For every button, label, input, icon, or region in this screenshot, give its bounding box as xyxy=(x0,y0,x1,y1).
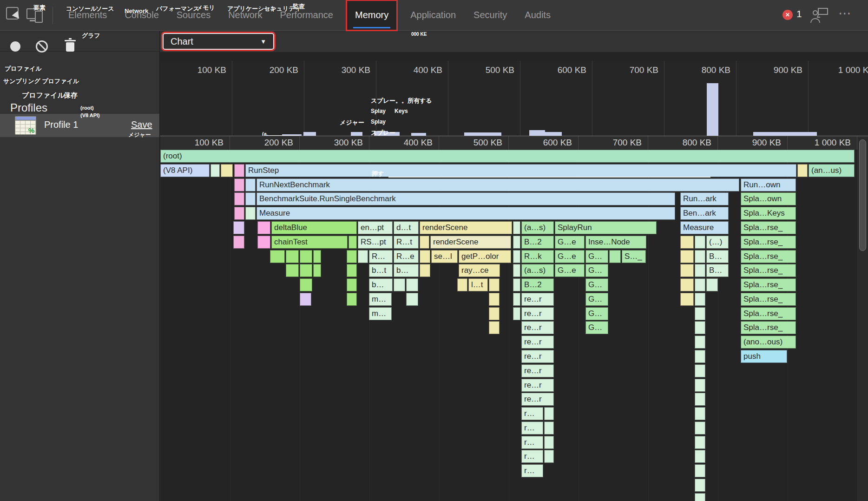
flame-cell[interactable] xyxy=(609,250,621,263)
flame-cell[interactable]: B… xyxy=(706,250,729,263)
flame-cell[interactable]: se…l xyxy=(431,250,458,263)
flame-cell[interactable]: ray…ce xyxy=(459,264,500,277)
flame-cell[interactable]: R… xyxy=(369,250,393,263)
flame-cell[interactable]: R…k xyxy=(521,250,554,263)
flame-cell[interactable]: renderScene xyxy=(430,236,511,249)
flame-cell[interactable] xyxy=(695,307,705,320)
flame-cell[interactable] xyxy=(695,436,705,449)
flame-cell[interactable] xyxy=(234,192,244,205)
flame-cell[interactable]: RS…pt xyxy=(358,236,393,249)
flame-cell[interactable] xyxy=(420,250,430,263)
flame-cell[interactable] xyxy=(695,379,705,392)
flame-cell[interactable]: Spla…Keys xyxy=(741,207,796,220)
tab-security[interactable]: Security xyxy=(465,0,516,31)
flame-cell[interactable] xyxy=(797,164,808,177)
flame-cell[interactable]: renderScene xyxy=(420,221,512,234)
flame-cell[interactable] xyxy=(695,450,705,463)
flame-cell[interactable] xyxy=(489,293,500,306)
flame-cell[interactable] xyxy=(300,293,311,306)
record-profile-icon[interactable] xyxy=(10,41,20,52)
flame-cell[interactable]: (root) xyxy=(160,150,855,163)
flame-cell[interactable]: d…t xyxy=(394,221,419,234)
flame-cell[interactable]: Spla…rse_ xyxy=(741,221,796,234)
flame-cell[interactable]: getP…olor xyxy=(459,250,511,263)
flame-cell[interactable]: b…t xyxy=(369,264,393,277)
flame-cell[interactable] xyxy=(286,264,299,277)
flame-cell[interactable] xyxy=(695,464,705,477)
flame-cell[interactable] xyxy=(695,350,705,363)
scrollbar-thumb[interactable] xyxy=(859,139,866,251)
flame-cell[interactable]: en…pt xyxy=(358,221,393,234)
flame-cell[interactable]: Spla…rse_ xyxy=(741,250,796,263)
flame-cell[interactable]: re…r xyxy=(521,364,554,377)
flame-cell[interactable] xyxy=(457,278,467,291)
flame-cell[interactable] xyxy=(245,192,256,205)
flame-cell[interactable] xyxy=(513,221,520,234)
flame-cell[interactable] xyxy=(680,278,694,291)
flame-cell[interactable] xyxy=(245,207,256,220)
flame-cell[interactable]: Spla…rse_ xyxy=(741,236,796,249)
flame-cell[interactable]: Measure xyxy=(256,207,675,220)
flame-cell[interactable]: deltaBlue xyxy=(271,221,357,234)
flame-cell[interactable]: m… xyxy=(369,293,392,306)
flame-cell[interactable] xyxy=(245,178,256,191)
flame-cell[interactable]: r… xyxy=(521,450,543,463)
flame-cell[interactable] xyxy=(680,264,694,277)
vertical-scrollbar[interactable] xyxy=(858,138,868,501)
flame-cell[interactable] xyxy=(513,250,520,263)
flame-cell[interactable]: re…r xyxy=(521,307,554,320)
flame-cell[interactable] xyxy=(347,278,357,291)
flame-cell[interactable] xyxy=(544,450,554,463)
flame-cell[interactable]: chainTest xyxy=(271,236,348,249)
flame-cell[interactable] xyxy=(257,221,270,234)
flame-cell[interactable] xyxy=(286,250,299,263)
flame-cell[interactable] xyxy=(695,364,705,377)
flame-cell[interactable]: m… xyxy=(369,307,392,320)
flame-cell[interactable]: b… xyxy=(369,278,393,291)
more-options-icon[interactable]: ⋯ xyxy=(838,6,852,21)
flame-cell[interactable]: B… xyxy=(706,264,729,277)
flame-cell[interactable]: Inse…Node xyxy=(585,236,646,249)
flame-cell[interactable]: G… xyxy=(585,250,608,263)
flame-cell[interactable]: Spla…rse_ xyxy=(741,264,796,277)
flame-cell[interactable]: r… xyxy=(521,436,543,449)
flame-cell[interactable] xyxy=(695,493,705,501)
flame-cell[interactable] xyxy=(680,236,694,249)
flame-cell[interactable] xyxy=(489,278,500,291)
flame-cell[interactable] xyxy=(680,250,694,263)
flame-cell[interactable] xyxy=(406,293,418,306)
flame-cell[interactable] xyxy=(234,178,244,191)
flame-cell[interactable]: S…_ xyxy=(622,250,646,263)
flame-cell[interactable] xyxy=(695,336,705,349)
flame-cell[interactable]: BenchmarkSuite.RunSingleBenchmark xyxy=(256,192,675,205)
flame-cell[interactable] xyxy=(695,250,705,263)
flame-cell[interactable] xyxy=(513,307,520,320)
inspect-element-icon[interactable] xyxy=(6,7,19,20)
flame-cell[interactable]: r… xyxy=(521,422,543,435)
flame-cell[interactable] xyxy=(300,278,312,291)
flame-cell[interactable]: re…r xyxy=(521,293,554,306)
flame-cell[interactable] xyxy=(420,236,429,249)
flame-cell[interactable] xyxy=(695,321,705,334)
flame-cell[interactable] xyxy=(695,236,705,249)
flame-cell[interactable]: Ben…ark xyxy=(680,207,729,220)
flame-cell[interactable]: push xyxy=(741,350,787,363)
flame-cell[interactable] xyxy=(695,278,705,291)
flame-cell[interactable] xyxy=(347,264,357,277)
memory-overview-pane[interactable]: スプレー。。所有する Splay Keys メジャー Splay スプレー (a… xyxy=(160,61,868,136)
flame-cell[interactable]: (a…s) xyxy=(521,221,554,234)
flame-cell[interactable] xyxy=(513,293,520,306)
flame-cell[interactable]: Run…own xyxy=(741,178,796,191)
flame-cell[interactable]: re…r xyxy=(521,379,554,392)
flame-cell[interactable] xyxy=(270,250,285,263)
flame-cell[interactable] xyxy=(300,264,312,277)
flame-cell[interactable] xyxy=(513,278,520,291)
flame-cell[interactable]: (an…us) xyxy=(809,164,855,177)
flame-cell[interactable] xyxy=(347,250,357,263)
flame-cell[interactable] xyxy=(347,293,357,306)
flame-cell[interactable] xyxy=(358,250,368,263)
flame-cell[interactable]: Spla…rse_ xyxy=(741,293,796,306)
flame-cell[interactable]: (a…s) xyxy=(521,264,554,277)
clear-profiles-icon[interactable] xyxy=(36,40,48,53)
flame-cell[interactable]: Spla…rse_ xyxy=(741,278,796,291)
